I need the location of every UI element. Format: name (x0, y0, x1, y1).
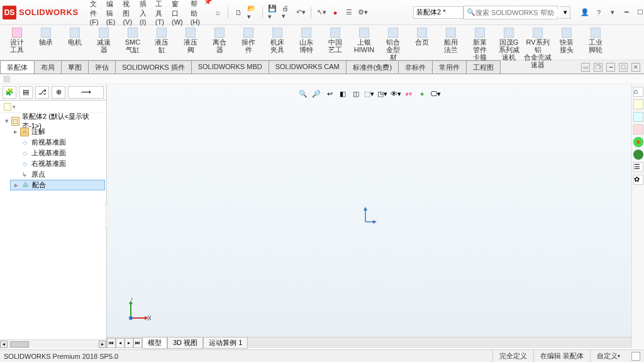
options-icon[interactable]: ☰ (344, 8, 354, 18)
ribbon-btn-3[interactable]: 减速器 (89, 26, 118, 60)
help-search[interactable]: 🔍 (464, 6, 558, 19)
hide-show-icon[interactable]: 👁▾ (390, 88, 401, 99)
print-icon[interactable]: 🖨▾ (282, 8, 292, 18)
ribbon-btn-20[interactable]: 工业脚轮 (581, 26, 610, 60)
search-dropdown[interactable]: ▾ (560, 6, 570, 19)
scroll-left-icon[interactable]: ◂ (0, 341, 8, 348)
ribbon-btn-7[interactable]: 离合器 (205, 26, 234, 60)
appearances-icon[interactable] (633, 137, 643, 147)
qr-icon[interactable] (4, 76, 10, 82)
vt-last-icon[interactable]: ⏭ (133, 338, 142, 348)
command-tab[interactable]: SOLIDWORKS MBD (191, 60, 269, 74)
command-tab[interactable]: 评估 (88, 60, 116, 74)
ribbon-btn-9[interactable]: 机床夹具 (263, 26, 292, 60)
scene-icon[interactable]: ● (416, 88, 428, 99)
scroll-right-icon[interactable]: ▸ (99, 341, 106, 348)
menu-insert[interactable]: 插入(I) (136, 0, 152, 28)
doc-close-icon[interactable]: ✕ (631, 63, 640, 72)
view-tab[interactable]: 模型 (142, 337, 167, 349)
ribbon-btn-2[interactable]: 电机 (60, 26, 89, 60)
help-dropdown-icon[interactable]: ▾ (607, 7, 618, 18)
graphics-viewport[interactable]: 🔍 🔎 ↩ ◧ ◫ ⬚▾ ◳▾ 👁▾ ●▾ ● 🖵▾ Y (107, 84, 631, 348)
ribbon-btn-0[interactable]: 设计工具 (3, 26, 31, 60)
ribbon-btn-14[interactable]: 合页 (408, 26, 436, 60)
status-extra-icon[interactable] (631, 352, 640, 361)
zoom-fit-icon[interactable]: 🔍 (297, 88, 309, 99)
maximize-icon[interactable]: ☐ (635, 7, 644, 18)
vt-first-icon[interactable]: ⏮ (107, 338, 116, 348)
doc-minimize-icon[interactable]: ━ (606, 63, 615, 72)
search-input[interactable] (475, 9, 562, 16)
minimize-icon[interactable]: ━ (621, 7, 632, 18)
doc-maximize-icon[interactable]: ☐ (619, 63, 628, 72)
view-settings-icon[interactable]: 🖵▾ (430, 88, 441, 99)
ribbon-btn-17[interactable]: 国茂G系列减速机 (494, 26, 523, 60)
home-icon[interactable]: ⌂ (213, 8, 223, 18)
settings-icon[interactable]: ⚙▾ (358, 8, 368, 18)
design-library-icon[interactable] (633, 99, 643, 109)
command-tab[interactable]: 标准件(免费) (346, 60, 399, 74)
filter-icon[interactable] (4, 103, 11, 111)
ribbon-btn-8[interactable]: 操作件 (234, 26, 263, 60)
tree-node[interactable]: ↳原点 (10, 169, 105, 180)
ribbon-btn-12[interactable]: 上银HIWIN (350, 26, 379, 60)
login-icon[interactable]: 👤 (579, 7, 591, 18)
ribbon-btn-5[interactable]: 液压缸 (147, 26, 176, 60)
vt-prev-icon[interactable]: ◂ (116, 338, 125, 348)
dimxpert-tab-icon[interactable]: ⊕ (52, 86, 65, 99)
ribbon-btn-19[interactable]: 快装接头 (552, 26, 581, 60)
command-tab[interactable]: 常用件 (432, 60, 467, 74)
menu-tools[interactable]: 工具(T) (152, 0, 168, 28)
extra-icon[interactable]: ✿ (633, 175, 643, 185)
file-explorer-icon[interactable] (633, 112, 643, 122)
doc-cascade-icon[interactable]: ❐ (594, 63, 602, 72)
command-tab[interactable]: SOLIDWORKS CAM (269, 60, 347, 74)
open-icon[interactable]: 📂▾ (247, 8, 257, 18)
ribbon-btn-4[interactable]: SMC气缸 (118, 26, 147, 60)
command-tab[interactable]: 布局 (34, 60, 62, 74)
status-custom[interactable]: 自定义 ▾ (590, 350, 626, 362)
config-tab-icon[interactable]: ⎇ (35, 86, 49, 99)
command-tab[interactable]: 草图 (61, 60, 89, 74)
ribbon-btn-16[interactable]: 新莱管件卡箍 (465, 26, 494, 60)
view-tab[interactable]: 运动算例 1 (203, 337, 248, 349)
tree-hscroll[interactable]: ◂ ▸ (0, 339, 106, 348)
tree-root-node[interactable]: ▾ ⬚ 装配体2 (默认<显示状态-1>) (1, 116, 105, 126)
save-icon[interactable]: 💾▾ (268, 8, 278, 18)
rebuild-icon[interactable]: ● (330, 8, 340, 18)
menu-view[interactable]: 视图(V) (119, 0, 136, 28)
menu-help[interactable]: 帮助(H) (187, 0, 204, 28)
tree-node[interactable]: ◇右视基准面 (10, 158, 105, 169)
command-tab[interactable]: SOLIDWORKS 插件 (115, 60, 192, 74)
section-view-icon[interactable]: ◧ (337, 88, 348, 99)
command-tab[interactable]: 工程图 (466, 60, 501, 74)
appearance-icon[interactable]: ●▾ (403, 88, 414, 99)
dynamic-view-icon[interactable]: ◫ (350, 88, 362, 99)
doc-tile-icon[interactable]: ▭ (581, 63, 590, 72)
custom-props-icon[interactable] (633, 150, 643, 160)
view-palette-icon[interactable] (633, 124, 643, 134)
property-tab-icon[interactable]: ▤ (19, 86, 33, 99)
resources-icon[interactable]: ⌂ (633, 87, 643, 97)
display-style-icon[interactable]: ◳▾ (377, 88, 388, 99)
ribbon-btn-15[interactable]: 船用法兰 (436, 26, 465, 60)
vt-next-icon[interactable]: ▸ (125, 338, 133, 348)
command-tab[interactable]: 非标件 (398, 60, 433, 74)
expand-icon[interactable]: ▸ (14, 181, 21, 189)
view-tab[interactable]: 3D 视图 (167, 337, 203, 349)
command-tab[interactable]: 装配体 (0, 60, 35, 74)
help-icon[interactable]: ? (593, 7, 604, 18)
ribbon-btn-13[interactable]: 铝合金型材 (379, 26, 408, 60)
feature-tree-tab-icon[interactable]: 🧩 (3, 86, 16, 99)
forum-icon[interactable]: ☰ (633, 162, 643, 172)
ribbon-btn-6[interactable]: 液压阀 (176, 26, 205, 60)
view-triad[interactable]: Y X (126, 298, 151, 324)
scroll-thumb[interactable] (10, 341, 29, 348)
ribbon-btn-11[interactable]: 中国艺工 (321, 26, 350, 60)
tree-node[interactable]: ◇上视基准面 (10, 148, 105, 158)
ribbon-btn-10[interactable]: 山东博特 (292, 26, 321, 60)
ribbon-btn-18[interactable]: RV系列铝合金壳减速器 (523, 26, 552, 60)
menu-window[interactable]: 窗口(W) (168, 0, 187, 28)
document-name-input[interactable] (413, 6, 464, 19)
collapse-icon[interactable]: ▾ (5, 117, 11, 125)
